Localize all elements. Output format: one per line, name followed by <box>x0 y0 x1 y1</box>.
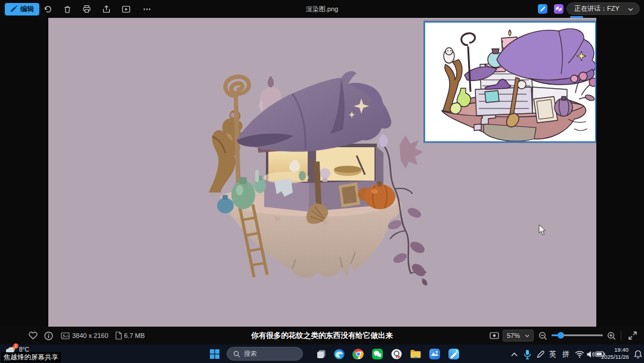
taskbar-search[interactable]: 搜索 <box>227 347 303 361</box>
live-caption: 你有很多的花纹之类的东西没有给它做出来 <box>173 327 471 345</box>
zoom-out-icon[interactable] <box>537 330 548 341</box>
fullscreen-icon[interactable] <box>627 330 638 341</box>
screen-share-banner: 焦越烽的屏幕共享 <box>1 352 61 362</box>
zoom-slider-knob[interactable] <box>558 332 564 339</box>
chevron-down-icon <box>628 5 633 13</box>
delete-icon[interactable] <box>62 4 72 14</box>
clock-date: 2025/11/26 <box>601 353 628 361</box>
clock[interactable]: 19:40 2025/11/26 <box>601 346 628 361</box>
fit-to-window-icon[interactable] <box>489 330 500 341</box>
topbar-app-icon-purple[interactable] <box>554 4 564 14</box>
info-icon[interactable] <box>43 330 54 341</box>
pen-input-icon[interactable] <box>533 347 547 361</box>
file-size-value: 6.7 MB <box>124 332 145 339</box>
meeting-speaking-indicator[interactable]: 正在讲话：FZY <box>566 2 640 15</box>
reference-image-window[interactable] <box>424 21 596 142</box>
ime-language-indicator[interactable]: 英 <box>549 349 556 359</box>
screen: 编辑 渲染图.png 正在讲话：FZY <box>0 0 644 363</box>
print-icon[interactable] <box>82 4 92 14</box>
viewer-statusbar: 3840 x 2160 6.7 MB 你有很多的花纹之类的东西没有给它做出来 5… <box>0 327 644 345</box>
photo-canvas[interactable] <box>48 18 596 327</box>
statusbar-divider <box>621 331 621 340</box>
tray-expand-chevron-icon[interactable] <box>507 347 521 361</box>
microphone-active-icon[interactable] <box>520 347 534 361</box>
meeting-app-icon[interactable] <box>428 347 442 361</box>
ime-mode-indicator[interactable]: 拼 <box>562 349 569 359</box>
wechat-icon[interactable] <box>370 347 385 361</box>
search-icon <box>233 350 240 358</box>
photos-app-icon[interactable] <box>447 347 461 361</box>
pencil-icon <box>10 5 17 14</box>
rotate-icon[interactable] <box>43 4 53 14</box>
zoom-slider[interactable] <box>552 334 603 336</box>
weather-alert-badge: 2 <box>13 343 18 349</box>
search-placeholder: 搜索 <box>244 349 257 358</box>
speaking-indicator-underline <box>570 16 583 18</box>
round-white-app-icon[interactable] <box>389 347 404 361</box>
task-view-icon[interactable] <box>314 347 329 361</box>
notification-bell-icon[interactable] <box>631 347 644 361</box>
chevron-down-icon <box>525 334 530 337</box>
zoom-level-value: 57% <box>507 332 520 339</box>
speaking-label: 正在讲话：FZY <box>574 4 620 13</box>
topbar-app-icon-blue[interactable] <box>538 4 547 14</box>
slideshow-icon[interactable] <box>121 4 131 14</box>
windows-taskbar: 搜索 <box>0 345 644 363</box>
edit-button[interactable]: 编辑 <box>5 3 39 15</box>
zoom-level-dropdown[interactable]: 57% <box>503 330 534 342</box>
leaning-mirror <box>339 182 360 207</box>
chrome-browser-icon[interactable] <box>351 347 366 361</box>
resolution-icon <box>60 330 70 341</box>
edge-browser-icon[interactable] <box>332 347 346 361</box>
file-title: 渲染图.png <box>233 0 411 18</box>
zoom-in-icon[interactable] <box>606 330 617 341</box>
share-icon[interactable] <box>101 4 112 14</box>
witch-hat-roof <box>237 71 391 151</box>
reference-illustration <box>425 23 595 141</box>
more-options-icon[interactable] <box>142 4 152 14</box>
file-size-icon <box>113 330 124 341</box>
render-3d-witch-house <box>203 69 429 286</box>
clock-time: 19:40 <box>601 346 628 353</box>
resolution-value: 3840 x 2160 <box>72 332 109 339</box>
favorite-heart-icon[interactable] <box>27 330 38 341</box>
mouse-cursor <box>538 224 547 236</box>
edit-button-label: 编辑 <box>20 5 34 14</box>
file-explorer-icon[interactable] <box>408 347 423 361</box>
start-button[interactable] <box>208 347 222 361</box>
photo-viewer-toolbar: 编辑 渲染图.png 正在讲话：FZY <box>0 0 644 18</box>
